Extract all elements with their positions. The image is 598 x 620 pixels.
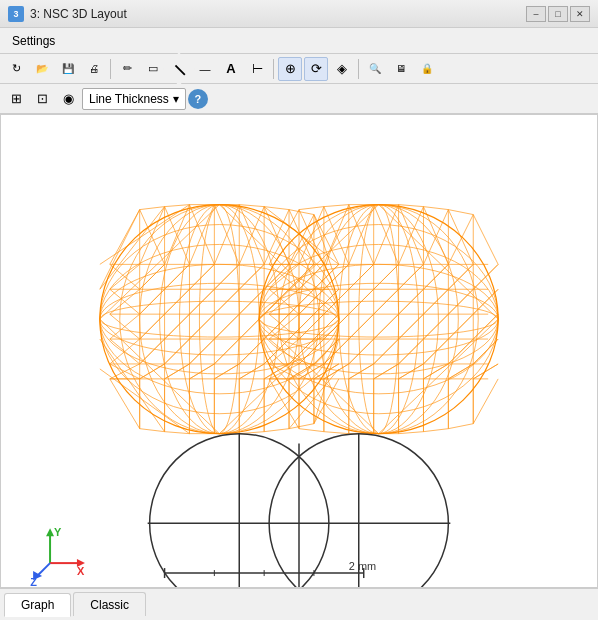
svg-line-297 — [448, 339, 473, 364]
axis-indicator: Y X Z — [30, 526, 85, 587]
open-button[interactable]: 📂 — [30, 57, 54, 81]
svg-point-176 — [259, 283, 498, 355]
svg-point-2 — [180, 205, 260, 434]
svg-point-171 — [339, 205, 419, 434]
svg-line-327 — [473, 379, 498, 424]
svg-line-135 — [264, 339, 289, 364]
maximize-button[interactable]: □ — [548, 6, 568, 22]
svg-point-8 — [100, 264, 339, 374]
svg-line-204 — [448, 210, 473, 215]
toolbar2: ⊞ ⊡ ◉ Line Thickness ▾ ? — [0, 84, 598, 114]
svg-line-30 — [100, 207, 165, 290]
rotate3d-button[interactable]: ⟳ — [304, 57, 328, 81]
svg-point-7 — [100, 283, 339, 355]
help-label: ? — [194, 93, 201, 105]
crosshair-button[interactable]: ⊕ — [278, 57, 302, 81]
svg-line-273 — [374, 314, 399, 339]
svg-line-313 — [423, 364, 448, 379]
svg-line-13 — [219, 205, 338, 320]
svg-line-237 — [374, 264, 399, 289]
tab-classic[interactable]: Classic — [73, 592, 146, 616]
svg-line-203 — [423, 207, 448, 210]
window-icon-label: 3 — [13, 9, 18, 19]
svg-line-277 — [423, 314, 448, 339]
svg-line-46 — [165, 432, 190, 434]
svg-line-293 — [399, 339, 424, 364]
svg-line-210 — [423, 429, 448, 432]
svg-line-199 — [324, 205, 349, 207]
layers-button[interactable]: ⊞ — [4, 87, 28, 111]
svg-line-39 — [165, 205, 190, 207]
lock-button[interactable]: 🔒 — [415, 57, 439, 81]
svg-line-113 — [214, 314, 239, 339]
svg-line-44 — [289, 210, 314, 215]
titlebar: 3 3: NSC 3D Layout – □ ✕ — [0, 0, 598, 28]
svg-line-291 — [374, 339, 399, 364]
svg-line-107 — [140, 314, 165, 339]
svg-line-295 — [423, 339, 448, 364]
svg-line-109 — [165, 314, 190, 339]
grid-button[interactable]: ⊡ — [30, 87, 54, 111]
dash-button[interactable]: — — [193, 57, 217, 81]
print-button[interactable]: 🖨 — [82, 57, 106, 81]
svg-text:Z: Z — [30, 576, 37, 587]
close-button[interactable]: ✕ — [570, 6, 590, 22]
tab-graph[interactable]: Graph — [4, 593, 71, 617]
line-button[interactable]: | — [162, 52, 196, 86]
circle-button[interactable]: ◉ — [56, 87, 80, 111]
svg-line-119 — [289, 314, 314, 339]
magnify-button[interactable]: 🔍 — [363, 57, 387, 81]
svg-line-285 — [299, 339, 324, 364]
svg-line-143 — [140, 364, 165, 379]
svg-line-50 — [264, 429, 289, 432]
svg-point-9 — [100, 244, 339, 393]
svg-line-14 — [219, 319, 338, 434]
svg-point-1 — [199, 205, 239, 434]
save-button[interactable]: 💾 — [56, 57, 80, 81]
svg-line-33 — [100, 210, 140, 290]
svg-line-303 — [299, 364, 324, 379]
view3d-button[interactable]: ◈ — [330, 57, 354, 81]
scale-bar: 2 mm — [165, 560, 377, 578]
svg-point-169 — [259, 205, 498, 434]
svg-line-289 — [349, 339, 374, 364]
hline-button[interactable]: ⊢ — [245, 57, 269, 81]
svg-line-227 — [473, 215, 498, 265]
svg-line-243 — [448, 264, 473, 289]
refresh-button[interactable]: ↻ — [4, 57, 28, 81]
svg-point-173 — [299, 205, 458, 434]
svg-line-275 — [399, 314, 424, 339]
svg-line-211 — [448, 424, 473, 429]
svg-point-172 — [319, 205, 438, 434]
dropdown-arrow-icon: ▾ — [173, 92, 179, 106]
tab-classic-label: Classic — [90, 598, 129, 612]
pencil-button[interactable]: ✏ — [115, 57, 139, 81]
svg-text:Y: Y — [54, 526, 62, 538]
canvas-area: Y X Z 2 mm — [0, 114, 598, 588]
svg-point-0 — [100, 205, 339, 434]
svg-line-89 — [140, 289, 165, 314]
svg-line-131 — [214, 339, 239, 364]
help-button[interactable]: ? — [188, 89, 208, 109]
svg-line-83 — [289, 264, 314, 289]
line-thickness-dropdown[interactable]: Line Thickness ▾ — [82, 88, 186, 110]
menubar: Settings — [0, 28, 598, 54]
svg-line-52 — [110, 210, 140, 265]
svg-line-267 — [299, 314, 324, 339]
svg-line-117 — [264, 314, 289, 339]
minimize-button[interactable]: – — [526, 6, 546, 22]
svg-line-145 — [165, 364, 190, 379]
window-title: 3: NSC 3D Layout — [30, 7, 127, 21]
svg-point-175 — [259, 301, 498, 337]
svg-line-31 — [100, 339, 165, 432]
svg-line-271 — [349, 314, 374, 339]
svg-point-3 — [160, 205, 279, 434]
svg-line-95 — [214, 289, 239, 314]
screen-button[interactable]: 🖥 — [389, 57, 413, 81]
svg-line-299 — [473, 339, 498, 364]
text-button[interactable]: A — [219, 57, 243, 81]
svg-line-206 — [324, 432, 349, 434]
menu-settings[interactable]: Settings — [4, 32, 63, 50]
svg-line-129 — [189, 339, 214, 364]
svg-point-178 — [259, 244, 498, 393]
